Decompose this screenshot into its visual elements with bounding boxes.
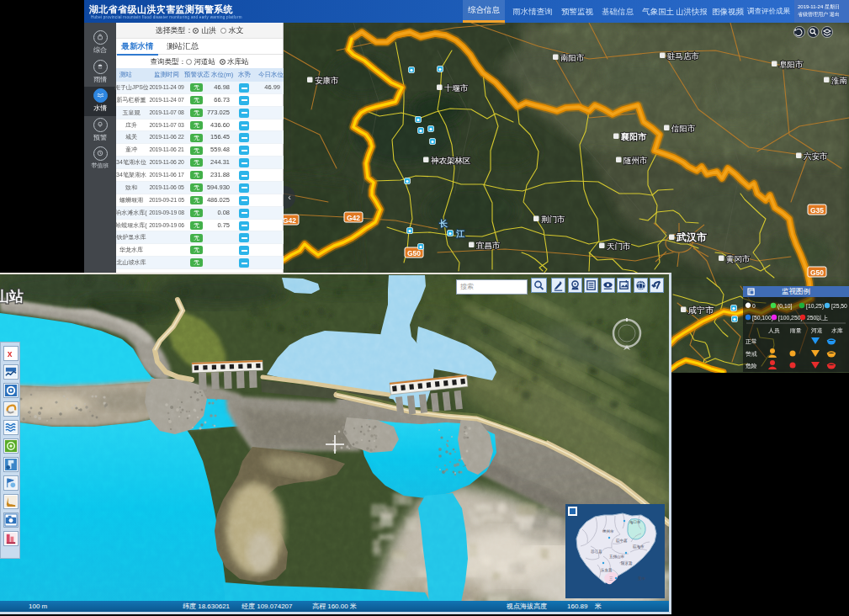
svg-text:山站: 山站 (0, 289, 24, 305)
svg-text:黄冈市: 黄冈市 (726, 254, 751, 263)
svg-text:荆门市: 荆门市 (541, 215, 565, 224)
svg-text:海口市: 海口市 (629, 520, 641, 524)
svg-text:G42: G42 (284, 216, 296, 225)
svg-text:雨量: 雨量 (790, 327, 802, 333)
svg-text:乐东县: 乐东县 (600, 568, 613, 572)
svg-text:250以上: 250以上 (807, 315, 828, 321)
svg-text:河道: 河道 (811, 327, 823, 334)
svg-text:驻马店市: 驻马店市 (667, 51, 700, 61)
svg-text:危险: 危险 (746, 363, 757, 369)
svg-text:宜昌市: 宜昌市 (476, 241, 501, 250)
svg-text:(0,10]: (0,10] (777, 303, 792, 310)
svg-text:警戒: 警戒 (746, 351, 757, 358)
svg-text:G35: G35 (810, 206, 824, 215)
svg-text:武汉市: 武汉市 (676, 231, 707, 243)
svg-text:江: 江 (455, 229, 465, 238)
svg-text:G50: G50 (810, 268, 824, 277)
svg-text:五指山市: 五指山市 (609, 554, 625, 559)
svg-text:随州市: 随州市 (623, 156, 648, 165)
svg-text:六安市: 六安市 (804, 151, 828, 161)
svg-text:[50,100): [50,100) (752, 315, 773, 321)
svg-text:昌江县: 昌江县 (591, 550, 602, 554)
svg-text:天门市: 天门市 (607, 242, 631, 251)
svg-text:[25,50: [25,50 (831, 303, 847, 310)
svg-text:[100,250): [100,250) (778, 315, 803, 321)
svg-text:神农架林区: 神农架林区 (431, 156, 471, 165)
svg-text:陵水县: 陵水县 (621, 560, 633, 566)
svg-text:琼中县: 琼中县 (615, 539, 628, 543)
svg-text:0: 0 (752, 303, 756, 309)
svg-text:G42: G42 (347, 214, 360, 222)
svg-text:儋州市: 儋州市 (602, 529, 614, 534)
svg-text:襄阳市: 襄阳市 (620, 132, 647, 141)
svg-text:正常: 正常 (746, 338, 757, 344)
svg-text:琼海市: 琼海市 (632, 544, 645, 549)
svg-text:x: x (7, 349, 12, 358)
svg-text:长: 长 (438, 219, 448, 228)
svg-text:十堰市: 十堰市 (444, 83, 469, 93)
svg-text:人员: 人员 (768, 327, 780, 334)
svg-text:[10,25): [10,25) (806, 303, 824, 310)
svg-text:阜阳市: 阜阳市 (779, 60, 804, 69)
svg-text:水库: 水库 (831, 327, 843, 333)
svg-text:南阳市: 南阳市 (560, 53, 585, 62)
svg-text:信阳市: 信阳市 (671, 124, 696, 133)
svg-text:安康市: 安康市 (315, 76, 339, 85)
svg-text:G50: G50 (407, 249, 421, 258)
svg-text:淮南: 淮南 (831, 76, 847, 85)
svg-text:咸宁市: 咸宁市 (688, 305, 714, 315)
